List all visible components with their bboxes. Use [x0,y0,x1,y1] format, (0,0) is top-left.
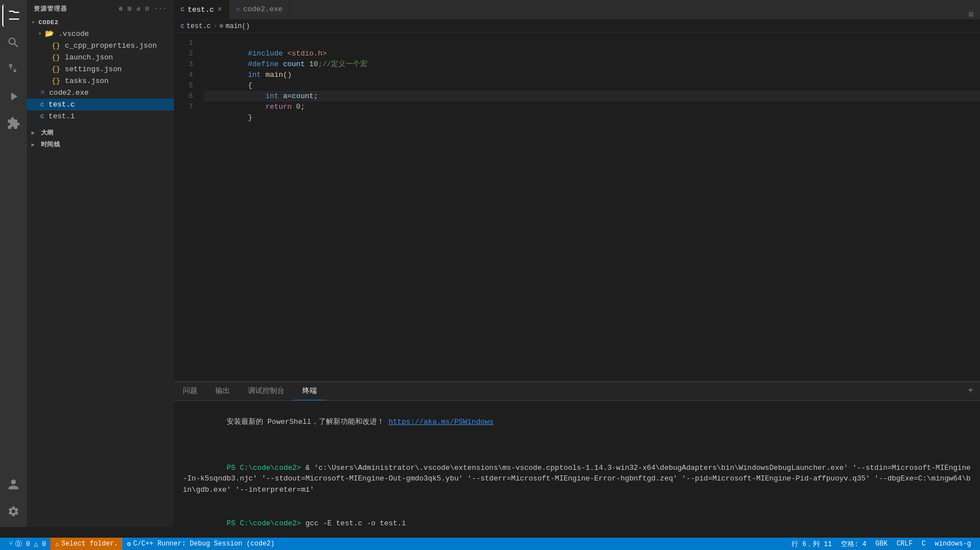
panel-tab-output[interactable]: 输出 [206,381,239,400]
root-folder-name: CODE2 [39,19,59,26]
outline-label: 大纲 [41,128,54,137]
tab-testc[interactable]: C test.c × [174,0,229,19]
tab-c-icon: C [181,6,185,13]
list-item[interactable]: {} settings.json [27,63,174,75]
git-icon: ⑂ [9,540,13,548]
file-name: c_cpp_properties.json [65,41,157,50]
run-icon[interactable] [2,85,25,108]
panel-tabs: 问题 输出 调试控制台 终端 + [174,382,980,401]
file-name: settings.json [65,65,122,73]
status-feedback[interactable]: windows-g [930,538,976,550]
tab-bar: C test.c × ≡ code2.exe ⊡ [174,0,980,20]
editor-area: C test.c × ≡ code2.exe ⊡ C test.c › ⊕ ma… [174,0,980,527]
list-item[interactable]: {} tasks.json [27,75,174,87]
list-item[interactable]: {} c_cpp_properties.json [27,40,174,52]
refresh-icon[interactable]: ↺ [136,5,141,12]
list-item[interactable]: {} launch.json [27,52,174,63]
new-folder-icon[interactable]: ⊞ [128,5,132,12]
line-numbers: 1 2 3 4 5 6 7 [174,38,202,377]
terminal-content[interactable]: 安装最新的 PowerShell，了解新功能和改进！ https://aka.m… [174,401,980,527]
panel-add-terminal[interactable]: + [968,381,980,400]
extensions-icon[interactable] [2,112,25,135]
split-editor-icon[interactable]: ⊡ [962,10,980,19]
status-debug[interactable]: ⚙ C/C++ Runner: Debug Session (code2) [122,538,279,550]
code-line-7: } [204,101,980,112]
term-line-blank [183,440,971,451]
c-icon: C [40,113,44,120]
tab-testc-label: test.c [188,6,214,14]
folder-icon: 📂 [45,29,54,38]
source-control-icon[interactable] [2,58,25,81]
status-right: 行 6，列 11 空格: 4 GBK CRLF C windows-g [787,538,976,550]
status-eol[interactable]: CRLF [892,538,917,550]
status-bar: ⑂ ⓪ 0 △ 0 ⚠ Select folder. ⚙ C/C++ Runne… [0,538,980,550]
tab-close-testc[interactable]: × [217,5,222,14]
tab-code2exe[interactable]: ≡ code2.exe [229,0,290,19]
vscode-chevron: ▾ [38,30,42,37]
new-file-icon[interactable]: ⊕ [119,5,123,12]
editor-content: 1 2 3 4 5 6 7 #include <stdio.h> #define… [174,33,980,527]
outline-section[interactable]: ▶ 大纲 [27,127,174,138]
code-line-5: int a=count; [204,80,980,91]
status-position-text: 行 6，列 11 [792,539,832,549]
status-warning-text: Select folder. [61,540,118,548]
collapse-all-icon[interactable]: ⊟ [145,5,150,12]
sidebar: 资源管理器 ⊕ ⊞ ↺ ⊟ ··· ▾ CODE2 ▾ 📂 .vscode {}… [27,0,174,527]
search-icon[interactable] [2,31,25,54]
status-warning[interactable]: ⚠ Select folder. [50,538,122,550]
code-line-6: return 0; [204,91,980,101]
sidebar-item-testi[interactable]: C test.i [27,110,174,122]
breadcrumb-fn-icon: ⊕ [219,22,223,30]
tab-exe-icon: ≡ [236,6,240,13]
activity-bar-bottom [2,473,25,527]
json-icon: {} [52,77,61,85]
breadcrumb: C test.c › ⊕ main() [174,20,980,33]
file-name: code2.exe [49,89,89,97]
status-feedback-text: windows-g [935,540,971,548]
status-language[interactable]: C [917,538,930,550]
root-chevron: ▾ [31,19,35,26]
sidebar-header: 资源管理器 ⊕ ⊞ ↺ ⊟ ··· [27,0,174,17]
timeline-label: 时间线 [41,140,61,149]
status-language-text: C [922,540,926,548]
outline-chevron: ▶ [31,130,35,136]
breadcrumb-fn[interactable]: main() [226,22,250,30]
status-git[interactable]: ⑂ ⓪ 0 △ 0 [4,538,50,550]
term-line-4: PS C:\code\code2> gcc -E test.c -o test.… [183,507,971,528]
sidebar-title: 资源管理器 [34,4,68,13]
term-line-3: PS C:\code\code2> & 'c:\Users\Administra… [183,451,971,506]
list-item[interactable]: ≡ code2.exe [27,87,174,99]
status-spaces-text: 空格: 4 [841,539,867,549]
account-icon[interactable] [2,473,25,496]
timeline-chevron: ▶ [31,141,35,148]
breadcrumb-c-icon: C [181,23,185,30]
timeline-section[interactable]: ▶ 时间线 [27,138,174,150]
settings-icon[interactable] [2,500,25,523]
status-encoding[interactable]: GBK [871,538,892,550]
breadcrumb-file[interactable]: test.c [187,22,211,30]
breadcrumb-sep1: › [213,22,217,30]
panel: 问题 输出 调试控制台 终端 + 安装最新的 PowerShell，了解新功能和… [174,381,980,527]
sidebar-header-icons: ⊕ ⊞ ↺ ⊟ ··· [119,5,167,12]
code-editor[interactable]: #include <stdio.h> #define count 10;//定义… [202,38,980,377]
panel-tab-debug[interactable]: 调试控制台 [239,381,293,400]
warning-icon: ⚠ [55,540,59,548]
files-icon[interactable] [2,4,25,27]
panel-tab-terminal[interactable]: 终端 [293,381,326,400]
debug-icon: ⚙ [127,540,131,548]
more-icon[interactable]: ··· [154,5,167,12]
c-icon: C [40,101,44,108]
file-name: tasks.json [65,77,109,85]
term-line-1: 安装最新的 PowerShell，了解新功能和改进！ https://aka.m… [183,405,971,438]
json-icon: {} [52,53,61,62]
status-position[interactable]: 行 6，列 11 [787,538,836,550]
vscode-folder[interactable]: ▾ 📂 .vscode [27,27,174,40]
panel-tab-issues[interactable]: 问题 [174,381,206,400]
json-icon: {} [52,41,61,50]
sidebar-item-testc[interactable]: C test.c [27,99,174,110]
root-folder[interactable]: ▾ CODE2 [27,17,174,27]
status-spaces[interactable]: 空格: 4 [836,538,871,550]
activity-bar [0,0,27,527]
exe-icon: ≡ [40,89,45,97]
code-area[interactable]: 1 2 3 4 5 6 7 #include <stdio.h> #define… [174,33,980,381]
